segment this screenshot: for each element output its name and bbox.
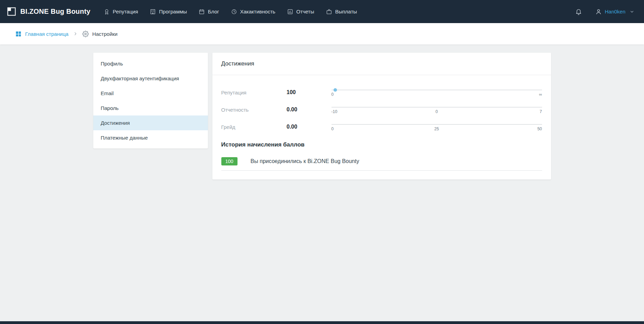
achievements-panel: Достижения Репутация 100 0 ∞ [212, 53, 551, 180]
blog-icon [199, 9, 205, 15]
scale-max: 50 [537, 126, 542, 131]
nav-item-reputation[interactable]: Репутация [104, 9, 138, 15]
user-name: Han0ken [605, 9, 625, 14]
user-menu[interactable]: Han0ken [595, 8, 634, 15]
settings-sidebar: Профиль Двухфакторная аутентификация Ema… [93, 53, 208, 149]
scale-min: 0 [331, 92, 334, 97]
slider-scale: -10 0 7 [331, 109, 542, 114]
dashboard-grid-icon [15, 31, 22, 37]
breadcrumb-current: Настройки [82, 31, 118, 37]
brand-logo[interactable]: BI.ZONE Bug Bounty [7, 7, 91, 16]
panel-title: Достижения [212, 53, 551, 75]
hackactivity-icon [231, 9, 237, 15]
metric-value: 0.00 [287, 107, 331, 113]
metric-value: 0.00 [287, 124, 331, 130]
sidebar-item-profile[interactable]: Профиль [93, 56, 208, 71]
sidebar-item-payment-details[interactable]: Платежные данные [93, 130, 208, 145]
metric-row-grade: Грейд 0.00 0 25 50 [221, 122, 542, 132]
reporting-slider: -10 0 7 [331, 105, 542, 114]
user-icon [595, 8, 602, 15]
nav-label: Хакактивность [240, 9, 275, 14]
history-item: 100 Вы присоединились к Bi.ZONE Bug Boun… [221, 157, 542, 171]
nav-item-programs[interactable]: Программы [150, 9, 187, 15]
points-badge: 100 [221, 157, 237, 165]
metric-row-reputation: Репутация 100 0 ∞ [221, 88, 542, 97]
nav-label: Отчеты [296, 9, 314, 14]
nav-item-payouts[interactable]: Выплаты [326, 9, 357, 15]
scale-max: 7 [540, 109, 542, 114]
content-area: Профиль Двухфакторная аутентификация Ema… [93, 53, 551, 180]
scale-mid: 25 [434, 126, 439, 131]
programs-icon [150, 9, 156, 15]
main-nav: Репутация Программы Блог [104, 9, 357, 15]
nav-item-reports[interactable]: Отчеты [287, 9, 314, 15]
panel-body: Репутация 100 0 ∞ Отчетность 0.00 [212, 75, 551, 171]
reputation-icon [104, 9, 110, 15]
metric-label: Отчетность [221, 107, 287, 113]
sidebar-item-password[interactable]: Пароль [93, 101, 208, 115]
reports-icon [287, 9, 293, 15]
brand-title: BI.ZONE Bug Bounty [20, 8, 91, 16]
nav-label: Репутация [113, 9, 138, 14]
metric-row-reporting: Отчетность 0.00 -10 0 7 [221, 105, 542, 114]
breadcrumb: Главная страница Настройки [0, 23, 644, 44]
gear-icon [82, 31, 89, 37]
breadcrumb-current-label: Настройки [92, 31, 118, 37]
slider-track [331, 124, 542, 125]
topbar-right: Han0ken [575, 8, 634, 15]
slider-track [331, 107, 542, 108]
history-text: Вы присоединились к Bi.ZONE Bug Bounty [251, 158, 359, 164]
nav-label: Программы [159, 9, 187, 14]
scale-min: -10 [331, 109, 337, 114]
bizone-logo-icon [7, 7, 16, 16]
scale-min: 0 [331, 126, 334, 131]
slider-scale: 0 25 50 [331, 126, 542, 132]
reputation-slider: 0 ∞ [331, 88, 542, 97]
slider-scale: 0 ∞ [331, 92, 542, 97]
nav-label: Выплаты [335, 9, 357, 14]
sidebar-item-email[interactable]: Email [93, 86, 208, 101]
scale-max: ∞ [539, 92, 542, 97]
chevron-right-icon [73, 32, 77, 36]
bottom-strip [0, 321, 644, 324]
metric-label: Грейд [221, 124, 287, 130]
sidebar-item-2fa[interactable]: Двухфакторная аутентификация [93, 71, 208, 86]
slider-track [331, 90, 542, 90]
nav-item-blog[interactable]: Блог [199, 9, 219, 15]
history-title: История начисления баллов [221, 141, 542, 148]
metric-label: Репутация [221, 90, 287, 95]
nav-label: Блог [208, 9, 219, 14]
grade-slider: 0 25 50 [331, 122, 542, 132]
top-header: BI.ZONE Bug Bounty Репутация Программы [0, 0, 644, 23]
sidebar-item-achievements[interactable]: Достижения [93, 115, 208, 130]
nav-item-hackactivity[interactable]: Хакактивность [231, 9, 275, 15]
breadcrumb-home-link[interactable]: Главная страница [15, 31, 68, 37]
breadcrumb-home-label: Главная страница [25, 31, 68, 37]
metric-value: 100 [287, 89, 331, 95]
slider-dot [334, 88, 337, 92]
notifications-bell-icon[interactable] [575, 8, 582, 15]
payouts-icon [326, 9, 332, 15]
chevron-down-icon [630, 9, 634, 14]
scale-mid: 0 [435, 109, 438, 114]
